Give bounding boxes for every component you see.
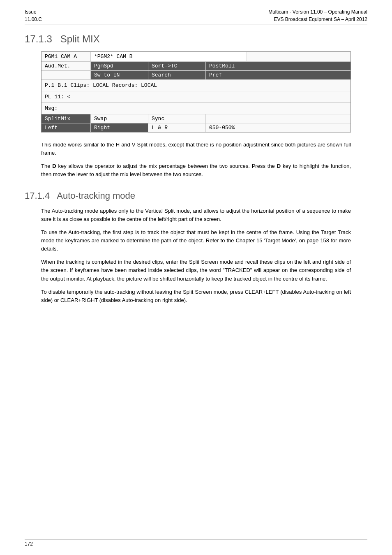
ui-cell-postroll: PostRoll bbox=[206, 62, 350, 70]
auto-para-4: To disable temporarily the auto-tracking… bbox=[41, 288, 351, 304]
key-d-2: D bbox=[277, 163, 281, 169]
page: Issue 11.00.C Multicam - Version 11.00 –… bbox=[0, 0, 392, 555]
ui-cell-pgm2: *PGM2* CAM B bbox=[91, 52, 247, 61]
ui-cell-right: Right bbox=[91, 123, 148, 132]
ui-cell-pref: Pref bbox=[206, 71, 350, 79]
page-footer: 172 bbox=[25, 539, 367, 547]
ui-info-pl: PL 11: < bbox=[42, 91, 350, 103]
header-left: Issue 11.00.C bbox=[25, 8, 42, 23]
ui-cell-empty-3 bbox=[206, 114, 350, 123]
section-172-heading: 17.1.4 Auto-tracking mode bbox=[25, 190, 367, 201]
auto-para-3: When the tracking is completed in the de… bbox=[41, 258, 351, 283]
auto-para-2: To use the Auto-tracking, the first step… bbox=[41, 228, 351, 253]
ui-cell-pgm1: PGM1 CAM A bbox=[42, 52, 91, 61]
ui-row-1: PGM1 CAM A *PGM2* CAM B bbox=[42, 52, 350, 62]
issue-version: 11.00.C bbox=[25, 16, 42, 23]
page-header: Issue 11.00.C Multicam - Version 11.00 –… bbox=[25, 8, 367, 25]
ui-cell-swap: Swap bbox=[91, 114, 148, 123]
ui-cell-pgmspd: PgmSpd bbox=[91, 62, 148, 70]
ui-cell-splitmix: SplitMix bbox=[42, 114, 91, 123]
auto-para-1: The Auto-tracking mode applies only to t… bbox=[41, 207, 351, 223]
key-d-1: D bbox=[52, 163, 56, 169]
ui-cell-sync: Sync bbox=[148, 114, 206, 123]
ui-cell-left: Left bbox=[42, 123, 91, 132]
ui-row-7: SplitMix Swap Sync bbox=[42, 114, 350, 123]
ui-display-box: PGM1 CAM A *PGM2* CAM B Aud.Met. PgmSpd … bbox=[41, 51, 351, 132]
ui-cell-audmet: Aud.Met. bbox=[42, 62, 91, 70]
ui-cell-percent: 050-050% bbox=[206, 123, 350, 132]
ui-info-msg: Msg: bbox=[42, 103, 350, 114]
issue-label: Issue bbox=[25, 8, 42, 16]
ui-cell-landr: L & R bbox=[148, 123, 206, 132]
section-171-heading: 17.1.3 Split MIX bbox=[25, 33, 367, 45]
manual-title: Multicam - Version 11.00 – Operating Man… bbox=[268, 8, 367, 16]
ui-cell-swtoin: Sw to IN bbox=[91, 71, 148, 79]
ui-row-3: Sw to IN Search Pref bbox=[42, 71, 350, 80]
ui-row-2: Aud.Met. PgmSpd Sort->TC PostRoll bbox=[42, 62, 350, 71]
page-number: 172 bbox=[25, 541, 33, 547]
para-2: The D key allows the operator to adjust … bbox=[41, 162, 351, 179]
ui-cell-search: Search bbox=[148, 71, 206, 79]
ui-cell-empty-2 bbox=[42, 71, 91, 79]
manual-publisher: EVS Broadcast Equipment SA – April 2012 bbox=[268, 16, 367, 23]
ui-cell-sorttc: Sort->TC bbox=[148, 62, 206, 70]
ui-cell-empty-1 bbox=[247, 52, 350, 61]
para-1: This mode works similar to the H and V S… bbox=[41, 141, 351, 157]
header-right: Multicam - Version 11.00 – Operating Man… bbox=[268, 8, 367, 23]
ui-row-8: Left Right L & R 050-050% bbox=[42, 123, 350, 132]
ui-info-clips: P.1 B.1 Clips: LOCAL Records: LOCAL bbox=[42, 80, 350, 91]
